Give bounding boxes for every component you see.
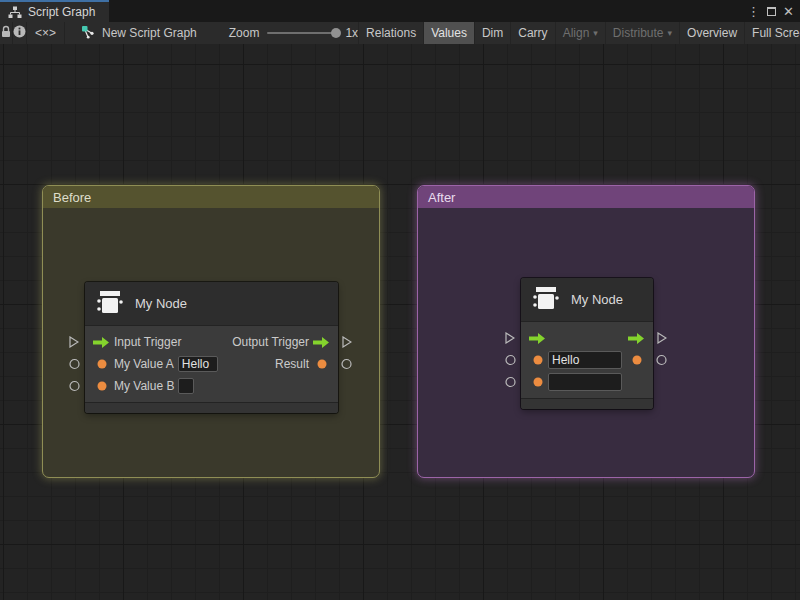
node-header[interactable]: My Node bbox=[521, 278, 653, 322]
group-after-header[interactable]: After bbox=[418, 186, 754, 208]
value-b-port[interactable]: My Value B bbox=[93, 378, 194, 394]
toolbar-actions: Relations Values Dim Carry Align ▾ Distr… bbox=[358, 22, 800, 44]
value-port-icon bbox=[529, 355, 546, 365]
external-value-connector[interactable] bbox=[69, 359, 80, 370]
unit-icon bbox=[531, 283, 561, 316]
graph-toolbar: <×> New Script Graph Zoom 1x Relations V… bbox=[0, 22, 800, 44]
value-port-icon[interactable] bbox=[628, 355, 645, 365]
zoom-slider-handle[interactable] bbox=[331, 28, 341, 38]
distribute-label: Distribute bbox=[613, 26, 664, 40]
maximize-icon[interactable] bbox=[767, 7, 776, 16]
port-label: Result bbox=[275, 357, 309, 371]
external-value-connector[interactable] bbox=[341, 359, 352, 370]
value-b-row bbox=[521, 371, 653, 393]
carry-button[interactable]: Carry bbox=[510, 22, 554, 44]
value-b-row: My Value B bbox=[85, 375, 338, 397]
kebab-menu-icon[interactable]: ⋮ bbox=[747, 5, 760, 18]
lock-icon bbox=[0, 25, 12, 41]
value-a-field[interactable] bbox=[178, 356, 218, 372]
value-port-icon bbox=[313, 359, 330, 369]
tab-script-graph[interactable]: Script Graph bbox=[0, 0, 109, 22]
external-flow-connector[interactable] bbox=[69, 336, 79, 348]
values-button[interactable]: Values bbox=[423, 22, 474, 44]
result-port[interactable]: Result bbox=[271, 357, 330, 371]
node-body bbox=[521, 322, 653, 398]
trigger-row bbox=[521, 327, 653, 349]
zoom-slider[interactable] bbox=[267, 32, 337, 34]
zoom-value: 1x bbox=[345, 26, 358, 40]
graph-name: New Script Graph bbox=[102, 26, 197, 40]
code-icon: <×> bbox=[35, 26, 56, 40]
node-title: My Node bbox=[571, 292, 623, 307]
graph-canvas[interactable]: Before After My Nod bbox=[0, 44, 800, 600]
distribute-dropdown[interactable]: Distribute ▾ bbox=[605, 22, 679, 44]
relations-button[interactable]: Relations bbox=[358, 22, 423, 44]
value-b-field[interactable] bbox=[178, 378, 194, 394]
window-controls: ⋮ ✕ bbox=[747, 0, 800, 22]
external-value-connector[interactable] bbox=[656, 355, 667, 366]
input-trigger-port[interactable]: Input Trigger bbox=[93, 335, 185, 349]
overview-button[interactable]: Overview bbox=[679, 22, 744, 44]
external-value-connector[interactable] bbox=[505, 377, 516, 388]
tab-title: Script Graph bbox=[28, 5, 95, 19]
chevron-down-icon: ▾ bbox=[593, 28, 598, 38]
tab-bar: Script Graph ⋮ ✕ bbox=[0, 0, 800, 22]
external-value-connector[interactable] bbox=[505, 355, 516, 366]
node-footer bbox=[521, 398, 653, 409]
value-a-row bbox=[521, 349, 653, 371]
node-my-node-before[interactable]: My Node Input Trigger Output Trigger bbox=[85, 282, 338, 413]
value-a-field[interactable] bbox=[548, 351, 622, 369]
external-flow-connector[interactable] bbox=[657, 332, 667, 344]
lock-button[interactable] bbox=[0, 22, 13, 44]
value-b-field[interactable] bbox=[548, 373, 622, 391]
node-title: My Node bbox=[135, 296, 187, 311]
external-value-connector[interactable] bbox=[69, 381, 80, 392]
value-port-icon bbox=[529, 377, 546, 387]
value-b-port[interactable] bbox=[529, 373, 622, 391]
flow-arrow-icon[interactable] bbox=[529, 333, 546, 344]
trigger-row: Input Trigger Output Trigger bbox=[85, 331, 338, 353]
value-a-port[interactable] bbox=[529, 351, 622, 369]
node-body: Input Trigger Output Trigger bbox=[85, 326, 338, 402]
script-graph-asset-icon bbox=[81, 25, 95, 42]
port-label: Output Trigger bbox=[232, 335, 309, 349]
dim-button[interactable]: Dim bbox=[474, 22, 510, 44]
align-label: Align bbox=[563, 26, 590, 40]
unit-icon bbox=[95, 287, 125, 320]
value-port-icon bbox=[93, 359, 110, 369]
edit-source-button[interactable]: <×> bbox=[27, 22, 65, 44]
external-flow-connector[interactable] bbox=[505, 332, 515, 344]
info-icon bbox=[13, 25, 26, 41]
flow-arrow-icon bbox=[93, 337, 110, 348]
group-before-header[interactable]: Before bbox=[43, 186, 379, 208]
value-a-row: My Value A Result bbox=[85, 353, 338, 375]
flow-arrow-icon[interactable] bbox=[628, 333, 645, 344]
graph-hierarchy-icon bbox=[8, 6, 22, 19]
output-trigger-port[interactable]: Output Trigger bbox=[228, 335, 330, 349]
value-port-icon bbox=[93, 381, 110, 391]
script-graph-window: Script Graph ⋮ ✕ bbox=[0, 0, 800, 600]
close-icon[interactable]: ✕ bbox=[783, 5, 794, 18]
group-title: After bbox=[428, 190, 455, 205]
fullscreen-button[interactable]: Full Screen bbox=[744, 22, 800, 44]
node-my-node-after[interactable]: My Node bbox=[521, 278, 653, 409]
port-label: My Value A bbox=[114, 357, 174, 371]
group-title: Before bbox=[53, 190, 91, 205]
node-footer bbox=[85, 402, 338, 413]
graph-asset[interactable]: New Script Graph bbox=[65, 22, 207, 44]
node-header[interactable]: My Node bbox=[85, 282, 338, 326]
align-dropdown[interactable]: Align ▾ bbox=[555, 22, 605, 44]
zoom-label: Zoom bbox=[229, 26, 260, 40]
port-label: Input Trigger bbox=[114, 335, 181, 349]
flow-arrow-icon bbox=[313, 337, 330, 348]
zoom-control: Zoom 1x bbox=[229, 22, 358, 44]
external-flow-connector[interactable] bbox=[342, 336, 352, 348]
chevron-down-icon: ▾ bbox=[668, 28, 673, 38]
port-label: My Value B bbox=[114, 379, 174, 393]
value-a-port[interactable]: My Value A bbox=[93, 356, 218, 372]
inspector-button[interactable] bbox=[13, 22, 27, 44]
